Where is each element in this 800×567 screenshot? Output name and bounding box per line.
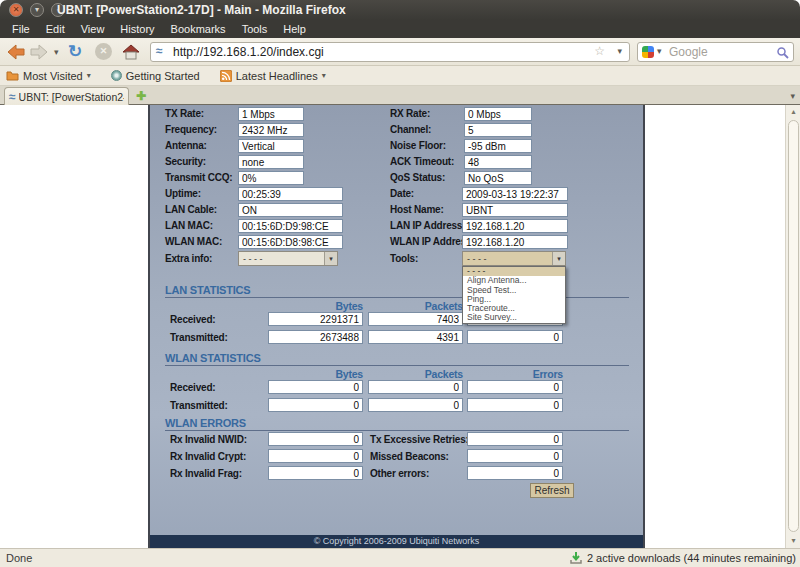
bookmark-getting-started[interactable]: Getting Started — [111, 70, 200, 82]
list-all-tabs-icon[interactable] — [790, 91, 795, 101]
google-icon[interactable] — [642, 46, 654, 58]
scrollbar-thumb[interactable] — [788, 120, 799, 532]
frequency-label: Frequency: — [165, 123, 217, 137]
bookmark-latest-headlines[interactable]: Latest Headlines — [220, 70, 326, 82]
tx-rate-input[interactable] — [238, 107, 304, 121]
rx-invalid-frag-input[interactable] — [268, 466, 363, 480]
chevron-down-icon — [322, 71, 326, 80]
scroll-up-icon[interactable] — [787, 105, 800, 119]
lan-transmitted-bytes-input[interactable] — [268, 330, 363, 344]
noise-floor-input[interactable] — [464, 139, 532, 153]
lan-bytes-header: Bytes — [268, 300, 363, 312]
home-icon[interactable] — [121, 42, 141, 62]
option-separator[interactable]: - - - - — [463, 267, 565, 276]
url-input[interactable] — [173, 44, 581, 60]
option-site-survey[interactable]: Site Survey... — [463, 313, 565, 322]
lan-mac-input[interactable] — [238, 219, 343, 233]
option-ping[interactable]: Ping... — [463, 295, 565, 304]
wlan-received-errors-input[interactable] — [467, 380, 563, 394]
frequency-input[interactable] — [238, 123, 304, 137]
lan-mac-label: LAN MAC: — [165, 219, 213, 233]
wlan-ip-input[interactable] — [462, 235, 568, 249]
menu-view[interactable]: View — [73, 20, 113, 38]
downloads-text: 2 active downloads (44 minutes remaining… — [587, 552, 796, 564]
download-icon — [569, 551, 583, 565]
status-bar: Done 2 active downloads (44 minutes rema… — [0, 548, 800, 567]
wlan-transmitted-errors-input[interactable] — [467, 398, 563, 412]
url-dropdown-icon[interactable] — [617, 46, 622, 56]
menu-bar: File Edit View History Bookmarks Tools H… — [0, 20, 800, 38]
back-icon[interactable] — [6, 42, 26, 62]
uptime-input[interactable] — [238, 187, 343, 201]
menu-bookmarks[interactable]: Bookmarks — [163, 20, 234, 38]
option-speed-test[interactable]: Speed Test... — [463, 286, 565, 295]
tools-dropdown-list: - - - - Align Antenna... Speed Test... P… — [462, 266, 566, 324]
missed-beacons-label: Missed Beacons: — [370, 450, 449, 464]
lan-received-packets-input[interactable] — [368, 312, 463, 326]
wlan-received-bytes-input[interactable] — [268, 380, 363, 394]
tools-select[interactable]: - - - - — [462, 251, 566, 266]
wlan-received-packets-input[interactable] — [368, 380, 463, 394]
menu-edit[interactable]: Edit — [38, 20, 73, 38]
wlan-transmitted-bytes-input[interactable] — [268, 398, 363, 412]
lan-transmitted-packets-input[interactable] — [368, 330, 463, 344]
reload-icon[interactable]: ↻ — [68, 41, 82, 62]
extra-info-select[interactable]: - - - - — [238, 251, 338, 266]
lan-ip-input[interactable] — [462, 219, 568, 233]
other-errors-input[interactable] — [467, 466, 563, 480]
copyright-footer: © Copyright 2006-2009 Ubiquiti Networks — [150, 535, 643, 548]
antenna-input[interactable] — [238, 139, 304, 153]
rx-invalid-nwid-input[interactable] — [268, 432, 363, 446]
rx-invalid-crypt-input[interactable] — [268, 449, 363, 463]
stop-icon[interactable]: ✕ — [95, 43, 112, 60]
url-bar[interactable]: ≈ — [150, 42, 630, 62]
option-traceroute[interactable]: Traceroute... — [463, 304, 565, 313]
security-input[interactable] — [238, 155, 304, 169]
wlan-bytes-header: Bytes — [268, 368, 363, 380]
rx-rate-input[interactable] — [464, 107, 532, 121]
lan-received-bytes-input[interactable] — [268, 312, 363, 326]
search-bar[interactable] — [637, 42, 794, 62]
search-magnifier-icon[interactable] — [776, 46, 789, 59]
new-tab-button[interactable] — [136, 89, 146, 103]
forward-icon[interactable] — [29, 42, 49, 62]
back-forward-dropdown-icon[interactable] — [54, 47, 59, 57]
bookmark-star-icon[interactable] — [594, 44, 605, 58]
rx-invalid-crypt-label: Rx Invalid Crypt: — [170, 450, 246, 464]
host-name-label: Host Name: — [390, 203, 444, 217]
downloads-status[interactable]: 2 active downloads (44 minutes remaining… — [569, 549, 796, 567]
menu-file[interactable]: File — [4, 20, 38, 38]
qos-status-input[interactable] — [464, 171, 532, 185]
ack-timeout-input[interactable] — [464, 155, 532, 169]
scroll-down-icon[interactable] — [787, 534, 800, 548]
missed-beacons-input[interactable] — [467, 449, 563, 463]
window-minimize-icon[interactable]: ▾ — [30, 3, 44, 17]
option-align-antenna[interactable]: Align Antenna... — [463, 276, 565, 285]
date-input[interactable] — [462, 187, 568, 201]
channel-input[interactable] — [464, 123, 532, 137]
search-engine-dropdown-icon[interactable] — [657, 46, 662, 56]
bookmark-most-visited[interactable]: Most Visited — [6, 70, 91, 82]
window-close-icon[interactable]: ✕ — [9, 3, 23, 17]
transmit-ccq-input[interactable] — [238, 171, 304, 185]
lan-transmitted-errors-input[interactable] — [467, 330, 563, 344]
tx-excessive-retries-input[interactable] — [467, 432, 563, 446]
search-input[interactable] — [669, 44, 773, 60]
wlan-transmitted-packets-input[interactable] — [368, 398, 463, 412]
lan-cable-input[interactable] — [238, 203, 343, 217]
menu-history[interactable]: History — [112, 20, 162, 38]
refresh-button[interactable]: Refresh — [530, 483, 574, 498]
tools-label: Tools: — [390, 252, 418, 266]
other-errors-label: Other errors: — [370, 467, 429, 481]
wlan-packets-header: Packets — [368, 368, 463, 380]
section-divider — [165, 365, 629, 366]
section-divider — [165, 430, 629, 431]
wlan-mac-input[interactable] — [238, 235, 343, 249]
navigation-toolbar: ↻ ✕ ≈ — [0, 38, 800, 66]
menu-help[interactable]: Help — [275, 20, 314, 38]
host-name-input[interactable] — [462, 203, 568, 217]
vertical-scrollbar[interactable] — [785, 105, 800, 548]
menu-tools[interactable]: Tools — [234, 20, 276, 38]
antenna-label: Antenna: — [165, 139, 207, 153]
tab-active[interactable]: ≈ UBNT: [PowerStation2-17D] - M... — [4, 87, 129, 105]
